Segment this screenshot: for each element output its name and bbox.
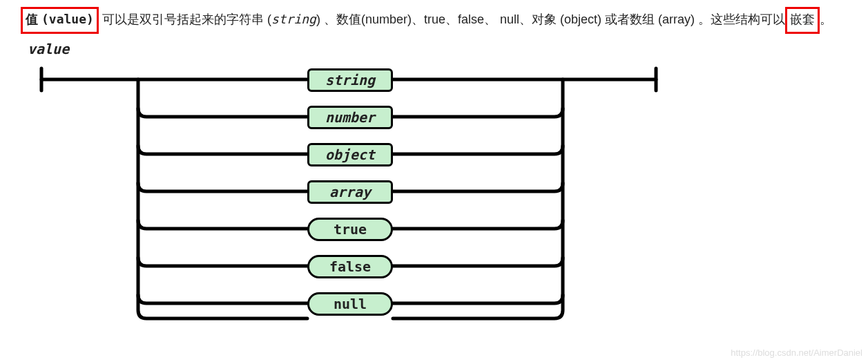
node-string: string: [307, 68, 393, 92]
diagram-title: value: [28, 41, 847, 57]
node-null: null: [307, 292, 393, 316]
node-false-label: false: [329, 258, 371, 275]
desc-part2: ) 、数值(number)、true、false、 null、对象 (objec…: [316, 12, 785, 26]
highlight-value-term: 值 (value): [21, 7, 99, 34]
lead-value: (value): [41, 12, 94, 26]
node-string-label: string: [325, 72, 375, 88]
node-object-label: object: [325, 146, 375, 163]
railroad-diagram: string number object array true false nu…: [21, 61, 847, 338]
node-array-label: array: [329, 184, 371, 200]
node-array: array: [307, 180, 393, 204]
highlight-nest-term: 嵌套: [785, 7, 820, 34]
desc-part1: 可以是双引号括起来的字符串 (: [99, 12, 271, 26]
node-true-label: true: [334, 221, 367, 238]
node-false: false: [307, 255, 393, 278]
desc-nest: 嵌套: [790, 12, 815, 26]
node-number: number: [307, 106, 393, 129]
desc-string-italic: string: [271, 12, 316, 26]
node-number-label: number: [325, 109, 375, 126]
desc-part3: 。: [820, 12, 832, 26]
description-paragraph: 值 (value) 可以是双引号括起来的字符串 (string) 、数值(num…: [21, 7, 847, 34]
node-true: true: [307, 218, 393, 241]
node-object: object: [307, 143, 393, 166]
lead-cn: 值: [26, 12, 38, 26]
node-null-label: null: [334, 296, 367, 312]
